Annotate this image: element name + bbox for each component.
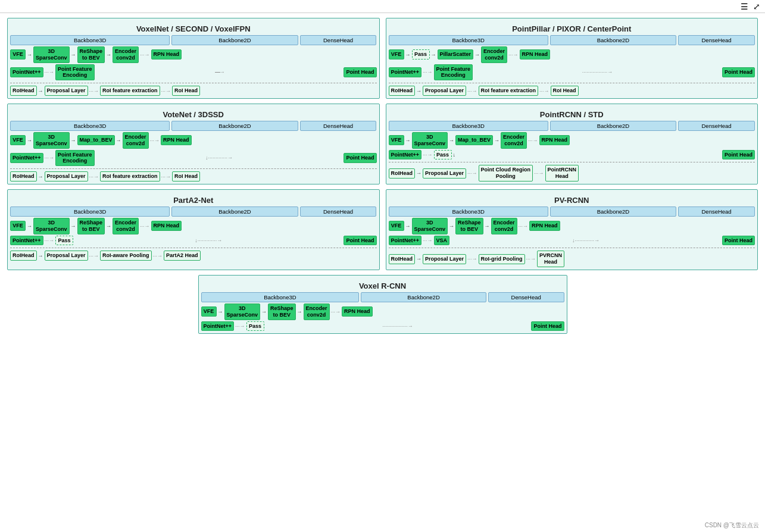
node-vfe-2: VFE	[389, 49, 404, 60]
header-backbone2d-7: Backbone2D	[361, 292, 486, 302]
node-rpn-2: RPN Head	[520, 49, 551, 60]
node-pfe-1: Point FeatureEncoding	[55, 64, 95, 81]
menu-icon[interactable]: ☰	[741, 2, 748, 11]
node-sparseconv-3: 3DSparseConv	[33, 132, 70, 149]
node-reshape-bev-5: ReShapeto BEV	[77, 218, 105, 234]
node-sparseconv-6: 3DSparseConv	[412, 218, 448, 234]
node-encoder-3: Encoderconv2d	[123, 132, 149, 149]
diagram-title-voxelrcnn: Voxel R-CNN	[201, 281, 564, 290]
node-sparseconv-5: 3DSparseConv	[33, 218, 70, 234]
node-roi-head-2: RoI Head	[551, 86, 579, 96]
node-pass-pp: Pass	[412, 49, 430, 60]
node-encoder-6: Encoderconv2d	[491, 218, 517, 234]
node-roihead-4: RoIHead	[389, 168, 416, 179]
header-densehead-6: DenseHead	[678, 206, 755, 217]
node-pfe-2: Point FeatureEncoding	[434, 64, 473, 81]
diagram-title-votenet: VoteNet / 3DSSD	[10, 110, 377, 119]
node-rcnn-head-4: PointRCNNHead	[545, 165, 579, 181]
diagram-title-voxelnet: VoxelNet / SECOND / VoxelFPN	[10, 24, 377, 33]
diagram-title-parta2: PartA2-Net	[10, 196, 377, 205]
header-densehead-7: DenseHead	[488, 292, 564, 302]
node-roi-feat-2: RoI feature extraction	[479, 86, 539, 96]
node-pointnet-6: PointNet++	[389, 236, 422, 246]
node-rpn-4: RPN Head	[539, 135, 570, 145]
diagram-pvrcnn: PV-RCNN Backbone3D Backbone2D DenseHead …	[386, 189, 758, 270]
node-pass-5: Pass	[55, 236, 73, 246]
node-pointnet-3: PointNet++	[10, 153, 43, 163]
node-pvrcnn-head: PVRCNNHead	[537, 251, 564, 267]
node-rpn-3: RPN Head	[161, 135, 192, 145]
node-point-head-5: Point Head	[344, 236, 376, 246]
diagram-voxelrcnn: Voxel R-CNN Backbone3D Backbone2D DenseH…	[198, 275, 567, 334]
node-vfe-4: VFE	[389, 135, 404, 145]
node-rpn-6: RPN Head	[529, 221, 560, 231]
header-backbone2d-5: Backbone2D	[171, 206, 298, 217]
node-vfe-5: VFE	[10, 221, 26, 231]
expand-icon[interactable]: ⤢	[753, 2, 760, 11]
header-backbone3d-1: Backbone3D	[10, 35, 170, 45]
header-densehead-2: DenseHead	[678, 35, 755, 45]
node-point-head-6: Point Head	[722, 236, 755, 246]
header-backbone2d-3: Backbone2D	[171, 121, 298, 131]
node-roihead-5: RoIHead	[10, 251, 37, 261]
header-backbone3d-7: Backbone3D	[201, 292, 360, 302]
node-pointnet-1: PointNet++	[10, 67, 43, 77]
node-proposal-4: Proposal Layer	[423, 168, 466, 179]
arr-d-2: ···→	[45, 69, 55, 75]
diagram-parta2: PartA2-Net Backbone3D Backbone2D DenseHe…	[7, 189, 380, 270]
node-pointnet-4: PointNet++	[389, 150, 422, 160]
node-sparseconv-7: 3DSparseConv	[224, 303, 261, 320]
node-rpn-1: RPN Head	[151, 49, 182, 60]
node-pointnet-7: PointNet++	[201, 321, 235, 331]
header-backbone2d-1: Backbone2D	[171, 35, 298, 45]
node-sparseconv-1: 3DSparseConv	[33, 46, 70, 63]
node-roi-head-3: RoI Head	[172, 171, 200, 181]
node-proposal-1: Proposal Layer	[45, 86, 88, 96]
arr-d-1: ···→	[140, 52, 150, 58]
node-sparseconv-4: 3DSparseConv	[412, 132, 448, 149]
node-encoder-7: Encoderconv2d	[304, 303, 330, 320]
node-point-head-1: Point Head	[344, 67, 376, 77]
node-point-head-7: Point Head	[531, 321, 564, 331]
diagram-pointpillar: PointPillar / PIXOR / CenterPoint Backbo…	[386, 18, 758, 99]
node-point-head-4: Point Head	[722, 150, 755, 160]
node-encoder-2: Encoderconv2d	[481, 46, 507, 63]
diagram-title-pvrcnn: PV-RCNN	[389, 196, 755, 205]
diagram-voxelnet: VoxelNet / SECOND / VoxelFPN Backbone3D …	[7, 18, 380, 99]
header-backbone2d-2: Backbone2D	[550, 35, 676, 45]
node-point-head-3: Point Head	[344, 153, 376, 163]
node-proposal-5: Proposal Layer	[45, 251, 88, 261]
node-roihead-1: RoIHead	[10, 86, 37, 96]
header-backbone2d-6: Backbone2D	[550, 206, 676, 217]
header-backbone2d-4: Backbone2D	[550, 121, 676, 131]
node-reshape-bev-7: ReShapeto BEV	[268, 303, 296, 320]
node-roihead-2: RoIHead	[389, 86, 416, 96]
node-map-bev-4: Map_to_BEV	[455, 135, 493, 145]
node-vfe-6: VFE	[389, 221, 404, 231]
node-parta2-head: PartA2 Head	[164, 251, 201, 261]
footer-text: CSDN @飞雪云点云	[705, 521, 759, 530]
node-vfe-1: VFE	[10, 49, 26, 60]
node-point-head-2: Point Head	[722, 67, 755, 77]
arr-1: →	[27, 52, 32, 58]
node-map-bev-3: Map_to_BEV	[77, 135, 115, 145]
node-roi-grid-6: RoI-grid Pooling	[479, 254, 525, 264]
node-roi-feat-3: RoI feature extraction	[100, 171, 160, 181]
node-reshape-bev-1: ReShapeto BEV	[77, 46, 105, 63]
diagram-title-pointrcnn: PointRCNN / STD	[389, 110, 755, 119]
header-backbone3d-4: Backbone3D	[389, 121, 548, 131]
node-encoder-4: Encoderconv2d	[501, 132, 527, 149]
header-backbone3d-6: Backbone3D	[389, 206, 548, 217]
header-densehead-5: DenseHead	[300, 206, 377, 217]
header-backbone3d-2: Backbone3D	[389, 35, 548, 45]
diagram-pointrcnn: PointRCNN / STD Backbone3D Backbone2D De…	[386, 104, 758, 184]
node-pointnet-2: PointNet++	[389, 67, 422, 77]
node-roi-feat-1: RoI feature extraction	[100, 86, 160, 96]
diagram-votenet: VoteNet / 3DSSD Backbone3D Backbone2D De…	[7, 104, 380, 184]
header-densehead-1: DenseHead	[300, 35, 377, 45]
header-backbone3d-5: Backbone3D	[10, 206, 170, 217]
node-proposal-2: Proposal Layer	[423, 86, 466, 96]
header-backbone3d-3: Backbone3D	[10, 121, 170, 131]
node-reshape-bev-6: ReShapeto BEV	[455, 218, 483, 234]
node-roi-aware-5: RoI-aware Pooling	[100, 251, 152, 261]
